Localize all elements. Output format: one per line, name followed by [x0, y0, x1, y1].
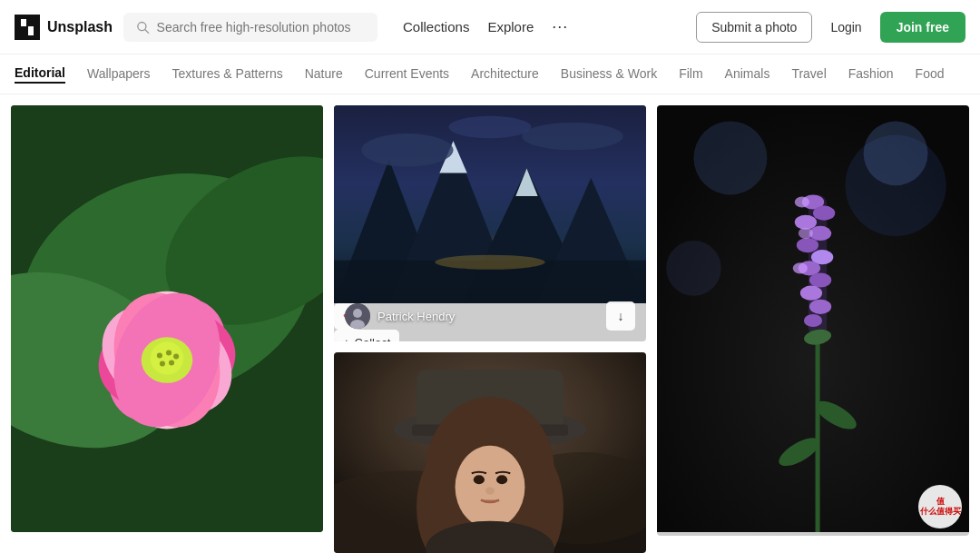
svg-point-74	[793, 262, 808, 273]
svg-point-50	[496, 476, 507, 485]
photo-mountain-bg	[334, 105, 646, 303]
girl-svg	[334, 352, 646, 553]
cat-wallpapers[interactable]: Wallpapers	[87, 66, 151, 83]
photo-card-mountain[interactable]: ♥ + Collect Patrick	[334, 105, 646, 341]
collect-label: Collect	[355, 336, 391, 341]
svg-point-21	[160, 361, 165, 367]
svg-point-19	[173, 353, 179, 359]
cat-film[interactable]: Film	[679, 66, 702, 83]
photo-col-3: 值什么值得买	[657, 105, 969, 553]
svg-rect-0	[15, 15, 40, 40]
logo-area[interactable]: Unsplash	[15, 15, 113, 40]
cat-nature[interactable]: Nature	[305, 66, 343, 83]
header: Unsplash Collections Explore ··· Submit …	[0, 0, 980, 54]
flower-svg	[657, 105, 969, 532]
svg-point-76	[864, 121, 928, 185]
nav-more-icon[interactable]: ···	[552, 17, 568, 36]
svg-point-30	[361, 133, 453, 166]
watermark: 值什么值得买	[918, 485, 962, 528]
watermark-text: 值什么值得买	[920, 497, 961, 517]
download-icon: ↓	[618, 309, 624, 323]
avatar-svg	[345, 303, 370, 329]
photo-card-girl[interactable]	[334, 352, 646, 553]
collect-button-mountain[interactable]: + Collect	[334, 330, 399, 341]
cat-business[interactable]: Business & Work	[561, 66, 657, 83]
svg-point-68	[809, 272, 831, 287]
svg-point-72	[795, 196, 809, 207]
photo-grid: ♥ + Collect Patrick	[0, 94, 980, 553]
cat-textures[interactable]: Textures & Patterns	[172, 66, 283, 83]
svg-point-73	[799, 228, 813, 239]
plus-icon: +	[343, 336, 350, 341]
photo-col-2: ♥ + Collect Patrick	[334, 105, 646, 553]
search-input[interactable]	[157, 20, 365, 35]
photographer-name-mountain: Patrick Hendry	[377, 310, 455, 323]
mountain-svg	[334, 105, 646, 303]
search-icon	[136, 20, 150, 35]
svg-rect-2	[28, 26, 34, 35]
card-footer-mountain: Patrick Hendry ↓	[345, 301, 635, 331]
photo-card-lotus[interactable]	[11, 105, 323, 532]
svg-point-69	[800, 286, 822, 301]
cat-animals[interactable]: Animals	[725, 66, 770, 83]
join-button[interactable]: Join free	[880, 12, 965, 43]
svg-point-18	[166, 350, 172, 355]
avatar-mountain	[345, 303, 370, 329]
cat-editorial[interactable]: Editorial	[15, 65, 65, 84]
cat-current-events[interactable]: Current Events	[365, 66, 449, 83]
lotus-svg	[11, 105, 323, 532]
nav-explore[interactable]: Explore	[487, 19, 534, 35]
svg-point-31	[522, 123, 622, 150]
photographer-info[interactable]: Patrick Hendry	[345, 303, 455, 329]
svg-point-36	[353, 309, 362, 318]
svg-point-56	[666, 241, 721, 296]
cat-fashion[interactable]: Fashion	[848, 66, 894, 83]
search-bar[interactable]	[123, 13, 377, 42]
svg-line-4	[145, 29, 149, 33]
svg-point-20	[169, 360, 174, 366]
logo-text: Unsplash	[47, 19, 113, 35]
svg-point-54	[693, 121, 767, 194]
logo-icon	[15, 15, 40, 40]
nav-collections[interactable]: Collections	[403, 19, 469, 35]
photo-card-flower[interactable]: 值什么值得买	[657, 105, 969, 536]
header-actions: Submit a photo Login Join free	[696, 12, 965, 43]
header-nav: Collections Explore ···	[403, 17, 685, 36]
svg-point-70	[809, 300, 831, 314]
svg-point-65	[797, 238, 818, 252]
svg-point-63	[795, 215, 817, 230]
cat-travel[interactable]: Travel	[791, 66, 826, 83]
svg-point-62	[813, 206, 835, 221]
cat-food[interactable]: Food	[916, 66, 945, 83]
category-nav: Editorial Wallpapers Textures & Patterns…	[0, 54, 980, 94]
cat-architecture[interactable]: Architecture	[471, 66, 539, 83]
svg-point-71	[804, 314, 822, 327]
photo-col-1	[11, 105, 323, 553]
login-button[interactable]: Login	[821, 13, 870, 42]
svg-point-17	[157, 352, 162, 358]
download-button-mountain[interactable]: ↓	[606, 301, 635, 331]
svg-point-32	[448, 116, 531, 138]
svg-point-16	[151, 341, 183, 374]
svg-point-49	[474, 476, 485, 485]
photo-lotus-bg	[11, 105, 323, 532]
svg-rect-1	[21, 19, 26, 26]
svg-point-51	[485, 488, 495, 495]
submit-photo-button[interactable]: Submit a photo	[696, 12, 812, 43]
svg-point-34	[435, 255, 544, 270]
